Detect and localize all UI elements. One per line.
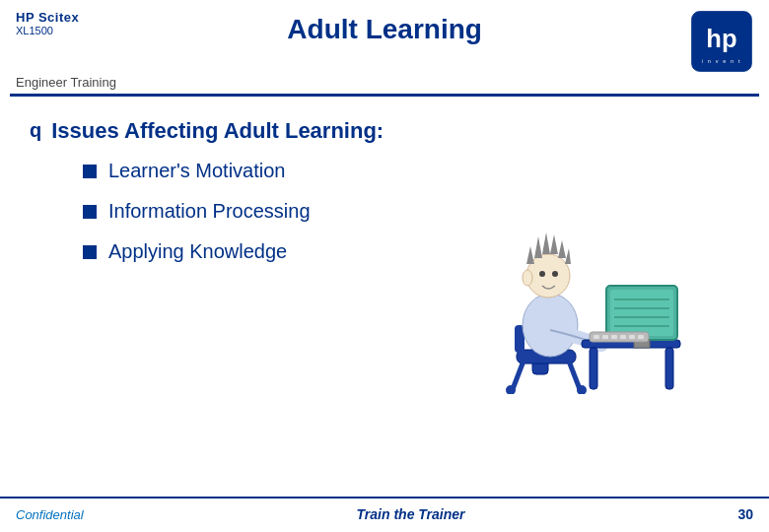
svg-text:i n v e n t: i n v e n t: [702, 58, 741, 64]
svg-rect-38: [638, 335, 644, 339]
svg-point-20: [523, 270, 532, 286]
title-area: Adult Learning: [79, 10, 690, 45]
footer-center-text: Train the Trainer: [357, 506, 465, 522]
svg-line-5: [513, 364, 523, 389]
bullet-marker-icon: [83, 245, 97, 259]
footer-confidential: Confidential: [16, 507, 84, 522]
footer: Confidential Train the Trainer 30: [0, 497, 769, 532]
bullet-marker-icon: [83, 165, 97, 178]
hp-logo-icon: hp i n v e n t: [690, 10, 753, 73]
svg-rect-25: [610, 290, 673, 336]
svg-rect-36: [620, 335, 626, 339]
footer-page-number: 30: [737, 506, 753, 522]
sub-bullet-text-1: Learner's Motivation: [108, 160, 285, 182]
sub-bullet-text-3: Applying Knowledge: [108, 240, 287, 263]
person-computer-illustration: [473, 177, 690, 394]
brand-model: XL1500: [16, 25, 53, 36]
svg-rect-37: [629, 335, 635, 339]
svg-marker-14: [542, 233, 550, 254]
svg-marker-15: [550, 234, 558, 254]
svg-rect-35: [611, 335, 617, 339]
subtitle-label: Engineer Training: [0, 73, 769, 94]
svg-text:hp: hp: [706, 25, 736, 52]
svg-point-19: [552, 271, 558, 277]
primary-bullet: q Issues Affecting Adult Learning:: [30, 118, 739, 144]
brand-name: HP Scitex: [16, 10, 79, 25]
primary-bullet-text: Issues Affecting Adult Learning:: [51, 118, 384, 144]
svg-marker-16: [558, 240, 566, 258]
sub-bullet-text-2: Information Processing: [108, 200, 311, 223]
header: HP Scitex XL1500 Adult Learning hp i n v…: [0, 0, 769, 73]
svg-rect-22: [665, 348, 673, 389]
svg-rect-23: [590, 348, 597, 389]
bullet-q-marker: q: [30, 119, 41, 142]
svg-point-18: [539, 271, 545, 277]
svg-rect-33: [594, 335, 599, 339]
svg-line-6: [570, 364, 580, 389]
svg-marker-12: [526, 246, 534, 264]
page-title: Adult Learning: [79, 14, 690, 45]
svg-marker-13: [534, 236, 542, 258]
svg-marker-17: [565, 248, 571, 264]
brand-logo-area: HP Scitex XL1500: [16, 10, 79, 36]
bullet-marker-icon: [83, 205, 97, 219]
svg-rect-34: [602, 335, 608, 339]
illustration-area: [473, 177, 690, 394]
